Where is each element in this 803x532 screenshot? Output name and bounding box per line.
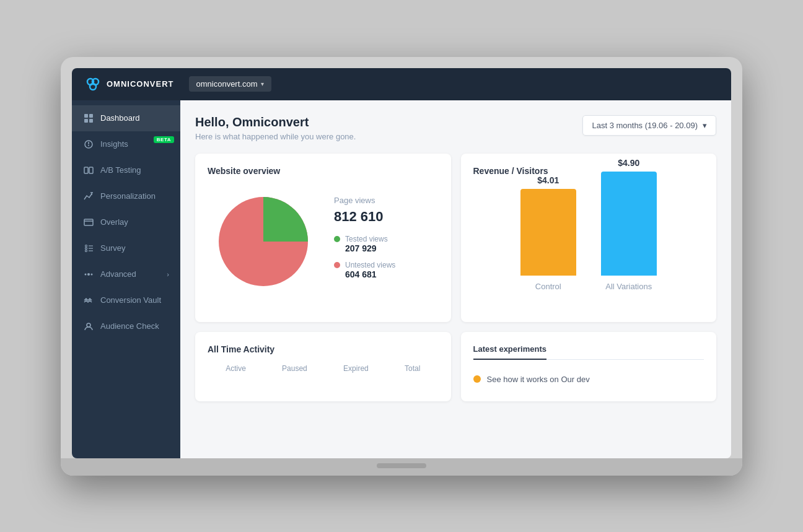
col-total: Total — [405, 364, 420, 373]
tested-legend-item: Tested views 207 929 — [334, 235, 439, 253]
sidebar-label-survey: Survey — [100, 243, 125, 253]
sidebar-item-ab-testing[interactable]: A/B Testing — [72, 157, 180, 183]
cards-row: Website overview — [195, 154, 716, 322]
page-title: Hello, Omniconvert — [195, 115, 356, 129]
variations-value: $4.90 — [618, 158, 639, 168]
svg-rect-4 — [89, 114, 93, 118]
untested-value: 604 681 — [345, 269, 395, 279]
overlay-icon — [83, 217, 94, 228]
page-views-value: 812 610 — [334, 209, 439, 225]
ab-testing-icon — [83, 165, 94, 176]
sidebar-item-survey[interactable]: Survey — [72, 235, 180, 261]
col-expired: Expired — [343, 364, 369, 373]
sidebar-item-advanced[interactable]: Advanced › — [72, 261, 180, 287]
col-paused: Paused — [282, 364, 307, 373]
tested-value: 207 929 — [345, 243, 388, 253]
svg-point-22 — [87, 273, 90, 276]
svg-point-18 — [86, 250, 87, 251]
col-active: Active — [226, 364, 246, 373]
svg-rect-11 — [89, 167, 93, 173]
pie-legend: Page views 812 610 Tested views 207 929 — [334, 196, 439, 287]
top-nav: OMNICONVERT omniconvert.com ▾ — [72, 68, 731, 100]
revenue-visitors-card: Revenue / Visitors $4.01 Control $4.90 — [461, 154, 717, 322]
svg-point-9 — [88, 145, 89, 146]
chevron-right-icon: › — [167, 271, 169, 278]
variations-label: All Variations — [605, 282, 652, 291]
all-time-activity-card: All Time Activity Active Paused Expired … — [195, 332, 451, 401]
sidebar-label-audience-check: Audience Check — [100, 321, 159, 331]
sidebar-label-personalization: Personalization — [100, 191, 156, 201]
sidebar-item-audience-check[interactable]: Audience Check — [72, 313, 180, 339]
experiment-item-0: See how it works on Our dev — [473, 370, 704, 389]
content-header: Hello, Omniconvert Here is what happened… — [195, 115, 716, 141]
chevron-down-icon: ▾ — [703, 121, 707, 130]
sidebar-label-conversion-vault: Conversion Vault — [100, 295, 161, 305]
page-subtitle: Here is what happened while you were gon… — [195, 132, 356, 141]
activity-columns: Active Paused Expired Total — [208, 364, 439, 373]
chevron-down-icon: ▾ — [261, 81, 264, 87]
domain-text: omniconvert.com — [196, 79, 258, 89]
sidebar-item-insights[interactable]: Insights BETA — [72, 131, 180, 157]
svg-rect-5 — [84, 119, 88, 123]
domain-selector[interactable]: omniconvert.com ▾ — [189, 76, 272, 92]
sidebar-label-advanced: Advanced — [100, 269, 136, 279]
svg-rect-6 — [89, 119, 93, 123]
svg-point-24 — [91, 273, 93, 275]
tested-label: Tested views — [345, 235, 388, 243]
bottom-row: All Time Activity Active Paused Expired … — [195, 332, 716, 401]
brand: OMNICONVERT — [84, 76, 174, 93]
svg-point-16 — [86, 245, 87, 246]
tab-latest-experiments[interactable]: Latest experiments — [473, 344, 547, 360]
sidebar: Dashboard Insights BETA — [72, 100, 180, 458]
date-range-text: Last 3 months (19.06 - 20.09) — [592, 121, 698, 130]
page-views-label: Page views — [334, 196, 439, 205]
brand-name: OMNICONVERT — [107, 79, 174, 89]
svg-rect-10 — [84, 167, 88, 173]
control-label: Control — [535, 282, 561, 291]
experiments-tabs: Latest experiments — [473, 344, 704, 360]
control-bar — [520, 189, 576, 276]
svg-point-25 — [87, 323, 90, 327]
exp-dot-0 — [473, 375, 481, 383]
sidebar-label-ab-testing: A/B Testing — [100, 165, 141, 175]
website-overview-title: Website overview — [208, 166, 439, 176]
sidebar-item-personalization[interactable]: Personalization — [72, 183, 180, 209]
sidebar-item-dashboard[interactable]: Dashboard — [72, 105, 180, 131]
advanced-icon — [83, 269, 94, 280]
date-range-selector[interactable]: Last 3 months (19.06 - 20.09) ▾ — [582, 115, 716, 136]
beta-badge: BETA — [154, 136, 174, 143]
sidebar-label-insights: Insights — [100, 139, 128, 149]
sidebar-label-dashboard: Dashboard — [100, 113, 140, 123]
variations-bar-group: $4.90 All Variations — [601, 158, 657, 291]
tested-dot — [334, 236, 340, 242]
header-text: Hello, Omniconvert Here is what happened… — [195, 115, 356, 141]
exp-text-0: See how it works on Our dev — [487, 375, 590, 384]
personalization-icon — [83, 191, 94, 202]
control-value: $4.01 — [537, 175, 559, 185]
untested-dot — [334, 262, 340, 268]
website-overview-card: Website overview — [195, 154, 451, 322]
sidebar-label-overlay: Overlay — [100, 217, 128, 227]
pie-chart — [208, 186, 319, 297]
control-bar-group: $4.01 Control — [520, 175, 576, 291]
svg-rect-3 — [84, 114, 88, 118]
revenue-title: Revenue / Visitors — [473, 166, 704, 176]
insights-icon — [83, 139, 94, 150]
revenue-chart: $4.01 Control $4.90 All Variations — [473, 186, 704, 310]
brand-logo-icon — [84, 76, 102, 93]
overview-inner: Page views 812 610 Tested views 207 929 — [208, 186, 439, 297]
svg-point-17 — [86, 247, 87, 249]
sidebar-item-overlay[interactable]: Overlay — [72, 209, 180, 235]
svg-point-23 — [85, 273, 87, 275]
experiments-card: Latest experiments See how it works on O… — [461, 332, 717, 401]
audience-check-icon — [83, 321, 94, 332]
dashboard-icon — [83, 113, 94, 124]
variations-bar — [601, 172, 657, 276]
all-time-title: All Time Activity — [208, 344, 439, 354]
sidebar-item-conversion-vault[interactable]: Conversion Vault — [72, 287, 180, 313]
main-content: Hello, Omniconvert Here is what happened… — [180, 100, 731, 458]
survey-icon — [83, 243, 94, 254]
untested-legend-item: Untested views 604 681 — [334, 261, 439, 279]
untested-label: Untested views — [345, 261, 395, 269]
conversion-vault-icon — [83, 295, 94, 306]
